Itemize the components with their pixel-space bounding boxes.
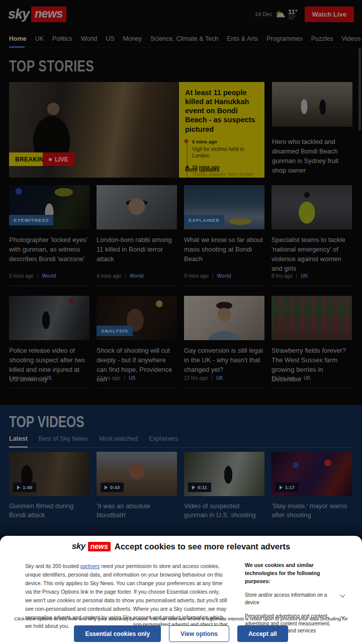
purpose-row-store-access[interactable]: Store and/or access information on a dev… bbox=[245, 592, 344, 606]
view-options-button[interactable]: View options bbox=[169, 625, 229, 642]
logo-sky-text: sky bbox=[72, 541, 85, 551]
sky-news-page: sky news 14 Dec ⛅ 11° 10° Watch Live Hom… bbox=[0, 0, 362, 644]
essential-cookies-only-button[interactable]: Essential cookies only bbox=[74, 625, 161, 642]
cookie-consent-dialog: sky news Accept cookies to see more rele… bbox=[0, 536, 362, 644]
logo-news-text: news bbox=[88, 542, 111, 551]
cookie-dialog-title: Accept cookies to see more relevant adve… bbox=[115, 542, 290, 551]
partners-link[interactable]: partners bbox=[80, 563, 100, 569]
cookie-buttons-row: Essential cookies only View options Acce… bbox=[0, 625, 362, 642]
cookie-dialog-header: sky news Accept cookies to see more rele… bbox=[0, 541, 362, 551]
accept-all-button[interactable]: Accept all bbox=[237, 625, 288, 642]
purpose-text: Store and/or access information on a dev… bbox=[245, 592, 337, 606]
chevron-down-icon bbox=[340, 593, 345, 598]
cookie-body-before: Sky and its 200 trusted bbox=[25, 563, 80, 569]
purposes-heading: We use cookies and similar technologies … bbox=[245, 561, 344, 585]
